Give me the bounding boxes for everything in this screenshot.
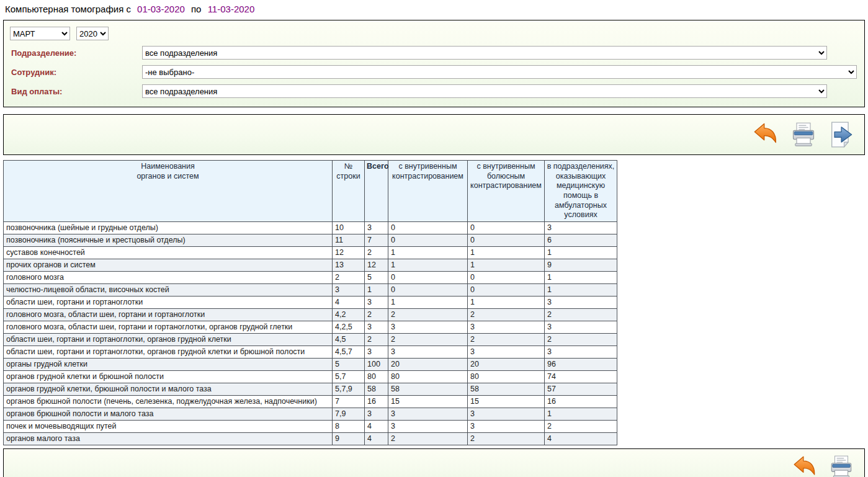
filter-label-sotrudnik: Сотрудник: (9, 68, 142, 77)
month-select[interactable]: МАРТ (10, 27, 70, 40)
table-row: позвоночника (поясничные и крестцовый от… (4, 234, 617, 246)
table-row: области шеи, гортани и гортаноглотки, ор… (4, 333, 617, 345)
cell-value: 9 (333, 432, 365, 445)
title-text: Компьютерная томография с (5, 4, 131, 14)
cell-name: суставов конечностей (4, 246, 333, 259)
column-header-2: Всего (365, 161, 388, 222)
cell-value: 1 (545, 283, 617, 296)
cell-value: 16 (365, 395, 388, 408)
cell-value: 4,5,7 (333, 345, 365, 358)
column-header-4: с внутривенным болюсным контрастирование… (468, 161, 545, 222)
cell-value: 7 (365, 234, 388, 246)
cell-value: 5,7,9 (333, 383, 365, 395)
cell-value: 80 (468, 370, 545, 383)
cell-value: 57 (545, 383, 617, 395)
column-header-5: в подразделениях, оказывающих медицинску… (545, 161, 617, 222)
report-table: Наименования органов и систем№ строкиВсе… (3, 160, 617, 445)
table-row: области шеи, гортани и гортаноглотки, ор… (4, 345, 617, 358)
table-row: суставов конечностей122111 (4, 246, 617, 259)
cell-value: 1 (388, 259, 468, 271)
select-podrazdelenie[interactable]: все подразделения (142, 46, 827, 60)
cell-name: органов грудной клетки и брюшной полости (4, 370, 333, 383)
cell-name: органов грудной клетки, брюшной полости … (4, 383, 333, 395)
toolbar-bottom (3, 448, 865, 477)
cell-value: 3 (333, 283, 365, 296)
cell-value: 1 (388, 246, 468, 259)
cell-name: головного мозга, области шеи, гортани и … (4, 321, 333, 333)
cell-value: 2 (388, 333, 468, 345)
print-button[interactable] (790, 121, 817, 148)
cell-value: 2 (545, 420, 617, 432)
date-from[interactable]: 01-03-2020 (137, 4, 185, 14)
cell-name: головного мозга, области шеи, гортани и … (4, 308, 333, 321)
cell-value: 2 (468, 308, 545, 321)
cell-value: 4 (545, 432, 617, 445)
cell-name: органы грудной клетки (4, 358, 333, 370)
cell-value: 3 (365, 408, 388, 420)
select-sotrudnik[interactable]: -не выбрано- (142, 65, 857, 79)
title-text-middle: по (191, 4, 201, 14)
table-row: челюстно-лицевой области, височных косте… (4, 283, 617, 296)
cell-value: 4 (365, 432, 388, 445)
cell-name: области шеи, гортани и гортаноглотки, ор… (4, 345, 333, 358)
cell-value: 0 (468, 271, 545, 283)
cell-value: 15 (468, 395, 545, 408)
cell-name: позвоночника (шейные и грудные отделы) (4, 221, 333, 234)
print-icon (828, 454, 854, 477)
print-button-bottom[interactable] (828, 454, 854, 477)
cell-value: 5,7 (333, 370, 365, 383)
date-to[interactable]: 11-03-2020 (208, 4, 255, 14)
cell-value: 20 (468, 358, 545, 370)
export-button[interactable] (827, 121, 854, 148)
cell-value: 7 (333, 395, 365, 408)
cell-name: позвоночника (поясничные и крестцовый от… (4, 234, 333, 246)
cell-value: 4 (365, 420, 388, 432)
filter-row-sotrudnik: Сотрудник:-не выбрано- (9, 65, 858, 79)
cell-name: челюстно-лицевой области, височных косте… (4, 283, 333, 296)
year-select[interactable]: 2020 (76, 27, 109, 40)
column-header-1: № строки (333, 161, 365, 222)
cell-value: 5 (333, 358, 365, 370)
cell-name: органов малого таза (4, 432, 333, 445)
cell-value: 13 (333, 259, 365, 271)
filter-panel: МАРТ 2020 Подразделение:все подразделени… (3, 20, 865, 107)
cell-value: 3 (388, 321, 468, 333)
cell-value: 58 (388, 383, 468, 395)
cell-name: головного мозга (4, 271, 333, 283)
cell-value: 3 (545, 296, 617, 308)
cell-value: 0 (388, 221, 468, 234)
cell-value: 7,9 (333, 408, 365, 420)
cell-value: 2 (388, 432, 468, 445)
cell-value: 6 (545, 234, 617, 246)
cell-value: 3 (388, 420, 468, 432)
column-header-0: Наименования органов и систем (4, 161, 333, 222)
cell-value: 0 (388, 234, 468, 246)
cell-value: 20 (388, 358, 468, 370)
back-button[interactable] (753, 121, 780, 148)
table-row: органов малого таза94224 (4, 432, 617, 445)
filter-rows: Подразделение:все подразделенияСотрудник… (9, 46, 858, 98)
cell-value: 4 (333, 296, 365, 308)
select-vid-oplaty[interactable]: все подразделения (142, 84, 827, 98)
table-row: головного мозга, области шеи, гортани и … (4, 308, 617, 321)
back-icon (792, 454, 818, 477)
back-button-bottom[interactable] (792, 454, 818, 477)
cell-value: 58 (468, 383, 545, 395)
cell-value: 8 (333, 420, 365, 432)
cell-name: прочих органов и систем (4, 259, 333, 271)
cell-value: 4,5 (333, 333, 365, 345)
cell-value: 2 (365, 308, 388, 321)
cell-value: 1 (468, 246, 545, 259)
cell-value: 3 (468, 420, 545, 432)
cell-value: 2 (333, 271, 365, 283)
period-selects: МАРТ 2020 (10, 27, 858, 40)
cell-value: 96 (545, 358, 617, 370)
table-row: прочих органов и систем1312119 (4, 259, 617, 271)
cell-value: 2 (365, 246, 388, 259)
cell-value: 100 (365, 358, 388, 370)
cell-value: 2 (545, 308, 617, 321)
cell-value: 3 (365, 221, 388, 234)
cell-name: области шеи, гортани и гортаноглотки (4, 296, 333, 308)
table-row: головного мозга25001 (4, 271, 617, 283)
table-row: органов грудной клетки и брюшной полости… (4, 370, 617, 383)
